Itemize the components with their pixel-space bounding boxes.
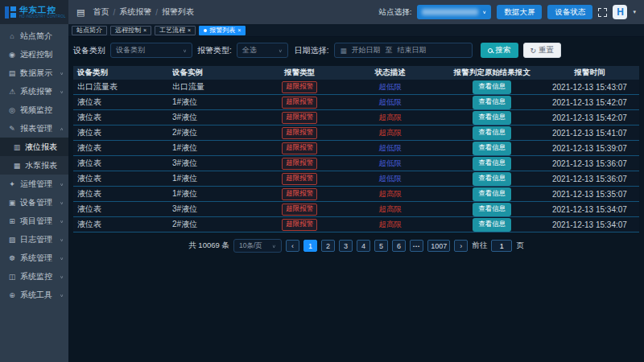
remote-control-icon: ◉ xyxy=(7,51,17,59)
prev-page-button[interactable]: ‹ xyxy=(286,240,299,252)
alarm-type-badge: 超限报警 xyxy=(282,158,317,170)
sidebar-item-system-management[interactable]: ☸ 系统管理 ∨ xyxy=(0,249,68,267)
tab-remote-control[interactable]: 远程控制 × xyxy=(110,26,151,35)
view-info-button[interactable]: 查看信息 xyxy=(473,172,511,186)
tab-process-flow[interactable]: 工艺流程 × xyxy=(155,26,196,35)
view-info-button[interactable]: 查看信息 xyxy=(473,80,511,94)
breadcrumb-home[interactable]: 首页 xyxy=(93,6,109,18)
alarm-type-select[interactable]: 全选 ∨ xyxy=(237,43,288,58)
sidebar-item-report-management[interactable]: ✎ 报表管理 ∧ xyxy=(0,119,68,138)
breadcrumb-system-alarm[interactable]: 系统报警 xyxy=(119,6,151,18)
chevron-icon: ∨ xyxy=(60,182,64,187)
cell-device-category: 液位表 xyxy=(73,97,172,108)
col-device-instance: 设备实例 xyxy=(172,68,262,78)
cell-device-category: 液位表 xyxy=(73,142,172,154)
device-category-select[interactable]: 设备类别 ∨ xyxy=(110,43,192,58)
tab-alarm-list[interactable]: 报警列表 × xyxy=(199,26,246,35)
project-icon: ⊞ xyxy=(7,217,17,225)
cell-device-instance: 1#液位 xyxy=(172,188,262,200)
sidebar-item-pump-report[interactable]: ▦ 水泵报表 xyxy=(0,156,68,175)
view-info-button[interactable]: 查看信息 xyxy=(473,187,511,201)
sidebar-item-video-monitor[interactable]: ◎ 视频监控 xyxy=(0,101,68,119)
alarm-table: 设备类别 设备实例 报警类型 状态描述 报警判定原始结果报文 报警时间 出口流量… xyxy=(73,66,639,232)
ops-icon: ✦ xyxy=(7,180,17,188)
cell-device-category: 液位表 xyxy=(73,188,172,200)
fullscreen-icon[interactable] xyxy=(598,8,607,17)
view-info-button[interactable]: 查看信息 xyxy=(473,126,511,140)
cell-device-category: 液位表 xyxy=(73,173,172,184)
sidebar-item-project-management[interactable]: ⊞ 项目管理 ∨ xyxy=(0,212,68,230)
sidebar-item-device-management[interactable]: ▣ 设备管理 ∨ xyxy=(0,193,68,212)
page-button-6[interactable]: 6 xyxy=(392,240,406,252)
date-range-picker[interactable]: ▦ 开始日期 至 结束日期 xyxy=(334,43,473,58)
sidebar-item-data-display[interactable]: ▤ 数据展示 ∨ xyxy=(0,64,68,82)
data-screen-button[interactable]: 数据大屏 xyxy=(497,5,542,19)
report-icon: ✎ xyxy=(7,125,17,133)
alarm-type-badge: 超限报警 xyxy=(282,204,317,216)
logo-icon xyxy=(5,6,16,19)
user-menu-caret-icon[interactable]: ▾ xyxy=(633,9,636,15)
calendar-icon: ▦ xyxy=(341,47,347,55)
cell-device-category: 液位表 xyxy=(73,127,172,138)
top-bar-actions: 站点选择: ∨ 数据大屏 设备状态 H ▾ xyxy=(379,5,644,19)
table-body: 出口流量表 出口流量 超限报警 超低限 查看信息 2021-12-13 15:4… xyxy=(73,80,639,232)
device-status-button[interactable]: 设备状态 xyxy=(547,5,592,19)
sidebar-item-site-intro[interactable]: ⌂ 站点简介 xyxy=(0,27,68,45)
video-icon: ◎ xyxy=(7,106,17,114)
page-button-1[interactable]: 1 xyxy=(303,240,317,252)
status-text: 超低限 xyxy=(378,82,402,91)
page-button-4[interactable]: 4 xyxy=(357,240,370,252)
status-text: 超低限 xyxy=(378,174,402,183)
active-dot-icon xyxy=(204,29,207,32)
reset-button[interactable]: ↻ 重置 xyxy=(523,43,562,58)
total-count: 共 10069 条 xyxy=(188,241,229,251)
view-info-button[interactable]: 查看信息 xyxy=(473,96,511,109)
chevron-icon: ∨ xyxy=(60,256,64,261)
close-icon[interactable]: × xyxy=(237,27,241,33)
data-display-icon: ▤ xyxy=(7,69,17,77)
tab-site-intro[interactable]: 站点简介 xyxy=(72,26,107,35)
close-icon[interactable]: × xyxy=(143,27,147,33)
date-end-placeholder: 结束日期 xyxy=(398,45,427,56)
gear-icon: ☸ xyxy=(7,254,17,262)
table-row: 液位表 1#液位 超限报警 超高限 查看信息 2021-12-13 15:35:… xyxy=(73,187,639,202)
page-button-1007[interactable]: 1007 xyxy=(427,240,450,252)
search-button[interactable]: 搜索 xyxy=(481,43,518,58)
user-avatar[interactable]: H xyxy=(613,5,627,19)
sidebar-item-log-management[interactable]: ▨ 日志管理 ∨ xyxy=(0,230,68,249)
site-selector-dropdown[interactable]: ∨ xyxy=(417,5,491,19)
sidebar-item-system-monitoring[interactable]: ◫ 系统监控 ∨ xyxy=(0,267,68,286)
sidebar-item-system-alarm[interactable]: ⚠ 系统报警 ∨ xyxy=(0,82,68,101)
view-info-button[interactable]: 查看信息 xyxy=(473,218,511,232)
view-info-button[interactable]: 查看信息 xyxy=(473,142,511,155)
chevron-down-icon: ∨ xyxy=(183,47,187,52)
sidebar-item-ops-management[interactable]: ✦ 运维管理 ∨ xyxy=(0,175,68,193)
view-info-button[interactable]: 查看信息 xyxy=(473,111,511,125)
page-button-3[interactable]: 3 xyxy=(339,240,353,252)
sidebar-toggle-icon[interactable]: ▤ xyxy=(76,7,85,18)
view-info-button[interactable]: 查看信息 xyxy=(473,157,511,171)
sidebar-item-remote-control[interactable]: ◉ 远程控制 xyxy=(0,45,68,64)
close-icon[interactable]: × xyxy=(188,27,191,33)
sidebar-item-system-tools[interactable]: ⊕ 系统工具 ∨ xyxy=(0,286,68,304)
alarm-time: 2021-12-13 15:39:07 xyxy=(540,144,639,153)
date-select-label: 日期选择: xyxy=(295,45,329,56)
status-text: 超低限 xyxy=(378,97,402,106)
page-button-2[interactable]: 2 xyxy=(321,240,335,252)
page-more-button[interactable]: ••• xyxy=(410,240,423,252)
alarm-time: 2021-12-13 15:34:07 xyxy=(540,205,639,214)
view-info-button[interactable]: 查看信息 xyxy=(473,203,511,216)
table-row: 液位表 1#液位 超限报警 超低限 查看信息 2021-12-13 15:39:… xyxy=(73,141,639,156)
site-selector-value xyxy=(422,9,478,15)
sidebar-item-level-report[interactable]: ▥ 液位报表 xyxy=(0,138,68,156)
search-icon xyxy=(488,48,493,53)
alarm-time: 2021-12-13 15:41:07 xyxy=(540,129,639,138)
next-page-button[interactable]: › xyxy=(454,240,468,252)
chevron-icon: ∧ xyxy=(60,126,64,131)
page-size-select[interactable]: 10条/页 ∨ xyxy=(233,239,282,253)
table-header: 设备类别 设备实例 报警类型 状态描述 报警判定原始结果报文 报警时间 xyxy=(73,66,639,80)
page-button-5[interactable]: 5 xyxy=(374,240,388,252)
cell-device-instance: 2#液位 xyxy=(172,127,262,138)
col-raw-message: 报警判定原始结果报文 xyxy=(444,68,540,78)
goto-page-input[interactable] xyxy=(491,240,512,252)
